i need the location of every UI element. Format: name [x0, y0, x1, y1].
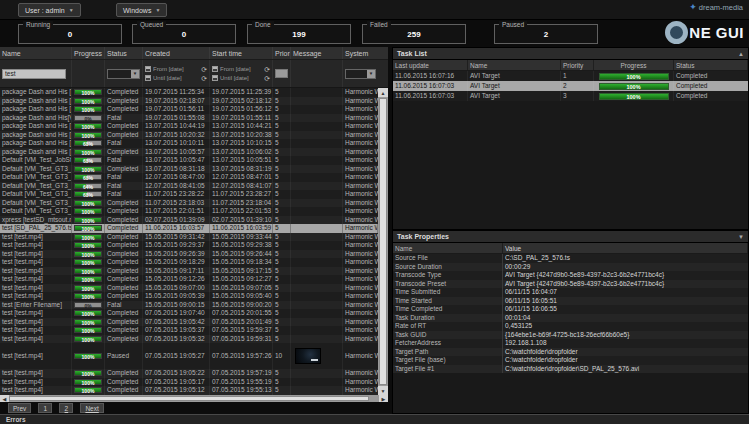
column-header-progress[interactable]: Progress — [72, 47, 105, 59]
column-header-priority[interactable]: Priority — [273, 47, 291, 59]
table-row[interactable]: package Dash and His [VM_Test 100% Compl… — [0, 131, 378, 140]
table-row[interactable]: Default [VM_Test_JobStarter.xm 68% Fatal… — [0, 156, 378, 165]
next-page-button[interactable]: Next — [80, 403, 103, 413]
property-row[interactable]: Source Duration 00:00:29 — [393, 263, 748, 272]
table-row[interactable]: package Dash and His [VM_Test 100% Compl… — [0, 148, 378, 157]
column-header-message[interactable]: Message — [291, 47, 343, 59]
table-row[interactable]: xpress [testSD_mtsout.mxf] 100% Complete… — [0, 216, 378, 225]
table-row[interactable]: Default [VM_Test_GT3_MPTS - ( 68% Fatal … — [0, 173, 378, 182]
table-row[interactable]: Default [VM_Test_GT3_MPTS.ts] 100% Compl… — [0, 199, 378, 208]
scroll-up-icon[interactable]: ▲ — [378, 88, 388, 97]
column-header-start-time[interactable]: Start time — [210, 47, 273, 59]
property-row[interactable]: Source File C:\SD_PAL_25_576.ts — [393, 254, 748, 263]
table-row[interactable]: test [test.mp4] 100% Completed 15.05.201… — [0, 250, 378, 259]
table-row[interactable]: package Dash and His[VM_Test_ 0% Fatal 1… — [0, 114, 378, 123]
start-from-filter[interactable]: From [date] — [220, 66, 262, 72]
property-row[interactable]: Task Duration 00:01:04 — [393, 314, 748, 323]
column-header-status[interactable]: Status — [105, 47, 143, 59]
property-row[interactable]: Target File #1 C:\watchfolder\dropfolder… — [393, 365, 748, 374]
video-thumbnail[interactable] — [295, 348, 321, 364]
table-row[interactable]: test [test.mp4] 100% Completed 15.05.201… — [0, 275, 378, 284]
vertical-scroll-thumb[interactable] — [379, 98, 387, 385]
table-row[interactable]: test [test.mp4] 100% Completed 15.05.201… — [0, 233, 378, 242]
scroll-down-icon[interactable]: ▼ — [378, 386, 388, 395]
property-row[interactable]: Rate of RT 0,453125 — [393, 322, 748, 331]
property-row[interactable]: Transcode Preset AVI Target {4247d9b0-5e… — [393, 280, 748, 289]
vertical-scrollbar[interactable]: ▲ ▼ — [378, 88, 388, 395]
column-header-created[interactable]: Created — [143, 47, 210, 59]
table-row[interactable]: test [test.mp4] 100% Paused 07.05.2015 1… — [0, 343, 378, 369]
property-row[interactable]: Time Submitted 06/11/15 16:04:07 — [393, 288, 748, 297]
page-1-button[interactable]: 1 — [38, 403, 52, 413]
task-row[interactable]: 11.06.2015 16:07:03 AVI Target 3 100% Co… — [393, 91, 748, 101]
property-row[interactable]: Time Started 06/11/15 16:05:51 — [393, 297, 748, 306]
table-row[interactable]: test [Enter Filename] 0% Fatal 15.05.201… — [0, 301, 378, 310]
calendar-icon[interactable] — [145, 75, 151, 81]
prev-page-button[interactable]: Prev — [8, 403, 31, 413]
table-row[interactable]: test [test.mp4] 100% Completed 07.05.201… — [0, 369, 378, 378]
table-row[interactable]: package Dash and His [VM_Test 100% Compl… — [0, 122, 378, 131]
column-header-name[interactable]: Name — [468, 60, 561, 70]
table-row[interactable]: test [test.mp4] 100% Completed 15.05.201… — [0, 258, 378, 267]
table-row[interactable]: package Dash and His [VM_Test 100% Compl… — [0, 105, 378, 114]
calendar-icon[interactable] — [212, 75, 218, 81]
column-header-status[interactable]: Status — [674, 60, 748, 70]
column-header-last-update[interactable]: Last update — [393, 60, 468, 70]
scroll-right-icon[interactable]: ▶ — [379, 395, 388, 402]
task-row[interactable]: 11.06.2015 16:07:16 AVI Target 1 100% Co… — [393, 71, 748, 81]
collapse-icon[interactable]: ▼ — [738, 234, 744, 240]
table-row[interactable]: test [test.mp4] 100% Completed 15.05.201… — [0, 292, 378, 301]
property-row[interactable]: Target Path C:\watchfolder\dropfolder — [393, 348, 748, 357]
table-row[interactable]: test [test.mp4] 100% Completed 07.05.201… — [0, 378, 378, 387]
refresh-icon[interactable]: ⟳ — [201, 75, 207, 82]
table-row[interactable]: test [test.mp4] 100% Completed 15.05.201… — [0, 267, 378, 276]
table-row[interactable]: test [test.mp4] 100% Completed 07.05.201… — [0, 318, 378, 327]
horizontal-scroll-thumb[interactable] — [9, 396, 369, 401]
page-2-button[interactable]: 2 — [59, 403, 73, 413]
refresh-icon[interactable]: ⟳ — [264, 66, 270, 73]
column-header-name[interactable]: Name — [393, 243, 503, 253]
refresh-icon[interactable]: ⟳ — [264, 75, 270, 82]
property-row[interactable]: Task GUID {164ebe1e-b69f-4725-bc18-26ecf… — [393, 331, 748, 340]
table-row[interactable]: package Dash and His [VM_Test 100% Compl… — [0, 97, 378, 106]
task-properties-title-bar[interactable]: Task Properties ▼ — [393, 231, 748, 243]
system-filter-select[interactable]: ▼ — [345, 69, 376, 79]
property-row[interactable]: Transcode Type AVI Target {4247d9b0-5e89… — [393, 271, 748, 280]
table-row[interactable]: package Dash and His [VM_Test 100% Compl… — [0, 88, 378, 97]
refresh-icon[interactable]: ⟳ — [201, 66, 207, 73]
horizontal-scrollbar[interactable]: ◀ ▶ — [0, 395, 388, 402]
windows-menu-button[interactable]: Windows ▼ — [116, 3, 167, 17]
created-from-filter[interactable]: From [date] — [153, 66, 199, 72]
status-filter-select[interactable]: ▼ — [107, 69, 140, 79]
calendar-icon[interactable] — [145, 66, 151, 72]
table-row[interactable]: test [test.mp4] 100% Completed 07.05.201… — [0, 326, 378, 335]
calendar-icon[interactable] — [212, 66, 218, 72]
column-header-priority[interactable]: Priority — [561, 60, 594, 70]
property-row[interactable]: FetcherAddress 192.168.1.108 — [393, 339, 748, 348]
table-row[interactable]: test [test.mp4] 100% Completed 15.05.201… — [0, 241, 378, 250]
table-row[interactable]: test [SD_PAL_25_576.ts] 100% Completed 1… — [0, 224, 378, 233]
table-row[interactable]: Default [VM_Test_GT3_MPTS - ( 64% Fatal … — [0, 182, 378, 191]
task-list-title-bar[interactable]: Task List ▲ — [393, 48, 748, 60]
column-header-system[interactable]: System — [343, 47, 388, 59]
collapse-icon[interactable]: ▲ — [738, 51, 744, 57]
start-until-filter[interactable]: Until [date] — [220, 75, 262, 81]
created-until-filter[interactable]: Until [date] — [153, 75, 199, 81]
table-row[interactable]: Default [VM_Test_GT3_MPTS Co 100% Comple… — [0, 165, 378, 174]
property-row[interactable]: Target File (base) C:\watchfolder\dropfo… — [393, 356, 748, 365]
table-row[interactable]: test [test.mp4] 100% Completed 07.05.201… — [0, 386, 378, 395]
table-row[interactable]: test [test.mp4] 100% Completed 07.05.201… — [0, 335, 378, 344]
table-row[interactable]: package Dash and His [VM_Test 68% Fatal … — [0, 139, 378, 148]
errors-bar[interactable]: Errors — [0, 414, 749, 424]
user-menu-button[interactable]: User : admin ▼ — [18, 3, 81, 17]
property-row[interactable]: Time Completed 06/11/15 16:06:55 — [393, 305, 748, 314]
table-row[interactable]: Default [VM_Test_GT3_MPTS - ( 68% Fatal … — [0, 190, 378, 199]
table-row[interactable]: test [test.mp4] 100% Completed 15.05.201… — [0, 284, 378, 293]
priority-filter-input[interactable] — [275, 69, 288, 78]
scroll-left-icon[interactable]: ◀ — [0, 395, 9, 402]
name-filter-input[interactable] — [2, 69, 66, 79]
column-header-progress[interactable]: Progress — [594, 60, 674, 70]
table-row[interactable]: Default [VM_Test_GT3_MPTS.ts 100% Comple… — [0, 207, 378, 216]
task-row[interactable]: 11.06.2015 16:07:03 AVI Target 2 100% Co… — [393, 81, 748, 91]
column-header-name[interactable]: Name — [0, 47, 72, 59]
